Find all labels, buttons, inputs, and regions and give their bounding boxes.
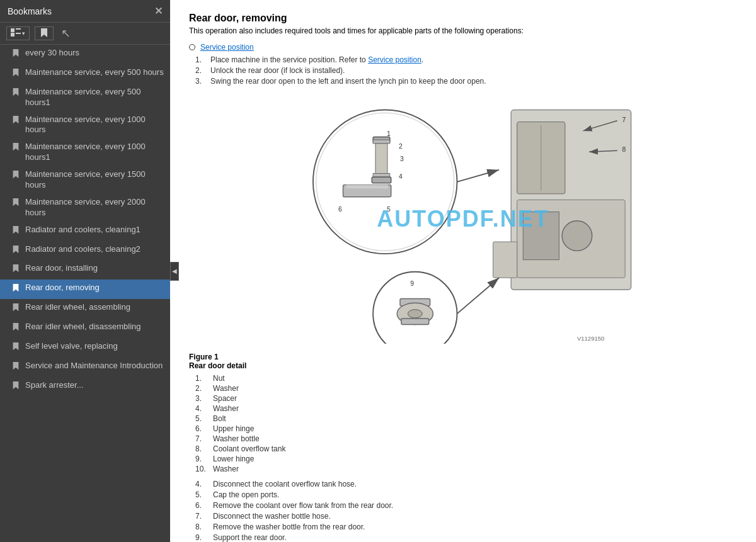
bookmark-expand-button[interactable]: [35, 26, 54, 40]
bookmark-item-slv[interactable]: Self level valve, replacing: [0, 338, 170, 358]
step-before-3: 3.Swing the rear door open to the left a…: [195, 77, 737, 86]
step-after-6: 6.Remove the coolant over flow tank from…: [195, 501, 737, 510]
step-num: 6.: [195, 501, 208, 510]
part-num: 6.: [195, 424, 208, 433]
bookmark-item-spark[interactable]: Spark arrester...: [0, 377, 170, 397]
bookmark-item-rd-remove[interactable]: Rear door, removing: [0, 279, 170, 299]
svg-line-23: [457, 170, 499, 182]
bookmark-item-ms-500a[interactable]: Maintenance service, every 500 hours: [0, 64, 170, 84]
svg-rect-17: [373, 140, 390, 144]
bookmark-item-ms-500b[interactable]: Maintenance service, every 500 hours1: [0, 84, 170, 111]
part-name: Bolt: [213, 414, 226, 423]
circle-bullet: [189, 44, 195, 50]
main-content: Rear door, removing This operation also …: [170, 0, 756, 542]
part-num: 7.: [195, 434, 208, 443]
bookmark-label: Maintenance service, every 500 hours1: [25, 87, 165, 108]
part-num: 4.: [195, 404, 208, 413]
steps-before-list: 1.Place machine in the service position.…: [195, 55, 737, 86]
bookmark-item-sm-intro[interactable]: Service and Maintenance Introduction: [0, 358, 170, 377]
part-item-8: 8.Coolant overflow tank: [195, 444, 737, 453]
dropdown-arrow-icon: ▾: [22, 30, 25, 37]
part-name: Lower hinge: [213, 454, 254, 463]
svg-rect-18: [375, 144, 387, 174]
step-num: 7.: [195, 512, 208, 521]
rear-door-diagram: 1 2 3 4 5 6 7 8 9 10 V1129150: [280, 92, 646, 344]
bookmark-label: every 30 hours: [25, 48, 165, 59]
bookmark-label: Rear idler wheel, disassembling: [25, 322, 165, 332]
part-item-10: 10.Washer: [195, 465, 737, 473]
bookmark-icon: [11, 88, 21, 100]
part-num: 3.: [195, 394, 208, 403]
svg-text:3: 3: [400, 155, 404, 162]
part-item-9: 9.Lower hinge: [195, 454, 737, 463]
bookmark-item-ri-disassemble[interactable]: Rear idler wheel, disassembling: [0, 319, 170, 338]
bookmark-item-ms-30[interactable]: every 30 hours: [0, 45, 170, 64]
bookmark-icon: [11, 49, 21, 61]
svg-text:5: 5: [387, 206, 391, 213]
svg-rect-10: [493, 242, 517, 278]
bookmark-item-ms-1000a[interactable]: Maintenance service, every 1000 hours: [0, 111, 170, 139]
service-position-link[interactable]: Service position: [200, 43, 254, 52]
sidebar-title: Bookmarks: [8, 6, 52, 16]
svg-text:4: 4: [399, 173, 403, 180]
step-link[interactable]: Service position: [368, 55, 421, 64]
svg-rect-19: [373, 174, 390, 178]
view-toggle-button[interactable]: ▾: [6, 26, 30, 40]
svg-rect-2: [11, 33, 14, 37]
figure-label: Figure 1: [189, 353, 737, 361]
bookmark-item-rc-1[interactable]: Radiator and coolers, cleaning1: [0, 222, 170, 241]
bookmark-label: Maintenance service, every 2000 hours: [25, 197, 165, 218]
step-num: 2.: [195, 66, 205, 75]
doc-subtitle: This operation also includes required to…: [189, 26, 737, 35]
svg-rect-8: [523, 212, 559, 259]
bookmark-icon: [11, 342, 21, 354]
svg-point-37: [408, 310, 422, 318]
svg-rect-20: [372, 177, 391, 183]
bookmark-label: Spark arrester...: [25, 380, 165, 391]
step-after-4: 4.Disconnect the coolant overflow tank h…: [195, 480, 737, 488]
part-name: Washer bottle: [213, 434, 260, 443]
close-icon[interactable]: ✕: [154, 5, 163, 17]
part-name: Spacer: [213, 394, 237, 403]
part-item-6: 6.Upper hinge: [195, 424, 737, 433]
part-name: Coolant overflow tank: [213, 444, 285, 453]
bookmark-item-ri-assemble[interactable]: Rear idler wheel, assembling: [0, 299, 170, 319]
part-num: 10.: [195, 465, 208, 473]
part-item-7: 7.Washer bottle: [195, 434, 737, 443]
svg-text:V1129150: V1129150: [577, 335, 604, 342]
bookmarks-list: every 30 hours Maintenance service, ever…: [0, 45, 170, 542]
step-num: 9.: [195, 533, 208, 542]
part-item-4: 4.Washer: [195, 404, 737, 413]
svg-text:8: 8: [622, 146, 626, 153]
step-before-2: 2.Unlock the rear door (if lock is insta…: [195, 66, 737, 75]
list-icon: [11, 28, 21, 38]
bookmark-label: Rear door, installing: [25, 263, 165, 274]
svg-line-39: [457, 278, 499, 313]
bookmark-item-ms-2000[interactable]: Maintenance service, every 2000 hours: [0, 194, 170, 222]
bookmark-icon: [11, 362, 21, 374]
part-item-2: 2.Washer: [195, 384, 737, 393]
step-num: 3.: [195, 77, 205, 86]
part-item-5: 5.Bolt: [195, 414, 737, 423]
bookmark-item-rd-install[interactable]: Rear door, installing: [0, 260, 170, 279]
svg-point-9: [562, 221, 592, 251]
bookmark-item-ms-1000b[interactable]: Maintenance service, every 1000 hours1: [0, 138, 170, 166]
bookmark-label: Maintenance service, every 1000 hours1: [25, 142, 165, 163]
bookmark-label: Rear idler wheel, assembling: [25, 302, 165, 313]
collapse-sidebar-button[interactable]: ◀: [170, 262, 179, 281]
bookmark-icon: [11, 116, 21, 128]
bookmark-icon: [11, 198, 21, 210]
part-name: Nut: [213, 374, 225, 383]
bookmark-icon: [11, 143, 21, 155]
bookmark-icon: [39, 28, 49, 38]
bookmark-item-ms-1500[interactable]: Maintenance service, every 1500 hours: [0, 166, 170, 194]
bookmark-icon: [11, 171, 21, 183]
part-item-1: 1.Nut: [195, 374, 737, 383]
svg-rect-0: [11, 28, 14, 32]
part-num: 1.: [195, 374, 208, 383]
bookmark-item-rc-2[interactable]: Radiator and coolers, cleaning2: [0, 241, 170, 261]
step-after-8: 8.Remove the washer bottle from the rear…: [195, 522, 737, 531]
svg-text:1: 1: [387, 130, 391, 137]
cursor-icon: ↖: [61, 26, 71, 40]
step-after-5: 5.Cap the open ports.: [195, 490, 737, 499]
